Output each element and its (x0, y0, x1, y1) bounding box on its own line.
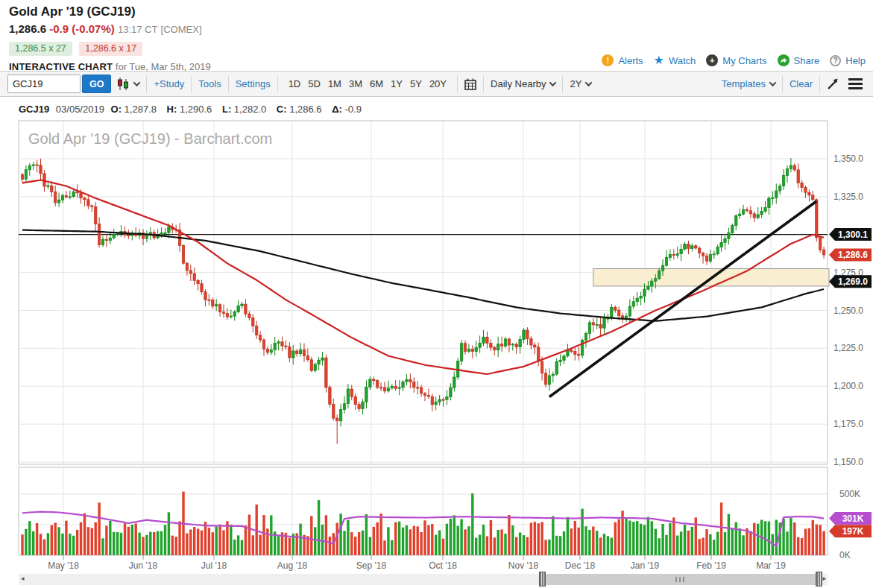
ohlc-low: 1,282.0 (234, 104, 266, 115)
x-axis-label: Sep '18 (356, 560, 387, 571)
x-axis-label: Aug '18 (277, 560, 308, 571)
share-icon (778, 54, 790, 66)
section-title: INTERACTIVE CHART (9, 61, 113, 72)
scrollbar-thumb[interactable] (542, 574, 819, 585)
ohlc-open: 1,287.8 (125, 104, 157, 115)
templates-dropdown[interactable]: Templates (722, 78, 775, 89)
chevron-down-icon (549, 79, 557, 86)
draw-annotation-button[interactable] (827, 78, 839, 90)
toolbar-right-group: Templates Clear (722, 76, 873, 92)
y-axis-price-label: 1,200.0 (833, 381, 863, 391)
chart-watermark: Gold Apr '19 (GCJ19) - Barchart.com (28, 130, 272, 147)
x-axis-label: Jan '19 (631, 560, 660, 571)
x-axis-label: Oct '18 (429, 560, 457, 571)
y-axis-price-label: 1,250.0 (833, 306, 863, 316)
ohlc-close: 1,286.6 (289, 104, 321, 115)
ohlc-date: 03/05/2019 (56, 104, 104, 115)
scroll-left-arrow[interactable]: ◂ (21, 575, 25, 582)
tools-button[interactable]: Tools (198, 78, 221, 89)
ohlc-change: -0.9 (345, 104, 362, 115)
timeframe-button-5d[interactable]: 5D (308, 78, 321, 89)
chevron-down-icon (769, 79, 776, 86)
scroll-right-arrow[interactable]: ▸ (822, 575, 826, 582)
timeframe-button-20y[interactable]: 20Y (429, 78, 447, 89)
timeframe-button-3m[interactable]: 3M (349, 78, 362, 89)
help-icon: ? (830, 55, 841, 66)
range-value: 2Y (570, 78, 582, 89)
x-axis-label: Jul '18 (201, 560, 227, 571)
y-axis-price-label: 1,150.0 (833, 457, 863, 467)
timeframe-button-5y[interactable]: 5Y (410, 78, 422, 89)
chevron-down-icon (133, 79, 141, 86)
scrollbar-grip (675, 577, 686, 582)
settings-button[interactable]: Settings (236, 78, 271, 89)
hamburger-menu-icon (848, 78, 863, 89)
header-actions: ! Alerts ★ Watch + My Charts Share ? Hel… (602, 54, 866, 66)
timeframe-button-1d[interactable]: 1D (289, 78, 301, 89)
volume-badge-text: 197K (842, 526, 864, 537)
y-axis-price-label: 1,225.0 (833, 343, 863, 353)
my-charts-link[interactable]: My Charts (722, 55, 766, 66)
candlestick-type-icon (117, 78, 130, 90)
help-link[interactable]: Help (845, 55, 866, 66)
price-badge-text: 1,300.1 (838, 230, 868, 240)
x-axis-label: Nov '18 (508, 560, 539, 571)
symbol-input[interactable] (7, 75, 81, 93)
y-axis-price-label: 1,325.0 (833, 192, 863, 202)
bid-badge: 1,286.5 x 27 (9, 42, 72, 56)
study-button[interactable]: +Study (154, 78, 184, 89)
x-axis-label: Feb '19 (696, 560, 726, 571)
chart-scrollbar[interactable]: ◂ ▸ (19, 574, 828, 585)
chevron-down-icon (585, 79, 593, 86)
volume-badge-text: 301K (842, 513, 864, 524)
timeframe-button-1y[interactable]: 1Y (391, 78, 403, 89)
barchart-interactive-chart-page: Gold Apr '19 (GCJ19) 1,286.6 -0.9 (-0.07… (0, 0, 873, 588)
last-price: 1,286.6 (9, 22, 46, 35)
chart-canvas[interactable]: May '18Jun '18Jul '18Aug '18Sep '18Oct '… (0, 119, 873, 581)
x-axis-label: Dec '18 (565, 560, 596, 571)
timeframe-button-1m[interactable]: 1M (328, 78, 341, 89)
scrollbar-left-handle[interactable] (539, 572, 546, 587)
ohlc-readout: GCJ19 03/05/2019 O: 1,287.8 H: 1,290.6 L… (0, 97, 873, 115)
quote-time: 13:17 CT (118, 24, 157, 35)
x-axis-label: Jun '18 (129, 560, 158, 571)
clear-button[interactable]: Clear (790, 78, 813, 89)
frequency-value: Daily Nearby (491, 78, 546, 89)
watch-link[interactable]: Watch (669, 55, 696, 66)
alerts-icon: ! (602, 54, 614, 66)
y-axis-price-label: 1,350.0 (833, 154, 863, 164)
scrollbar-right-handle[interactable] (816, 572, 822, 587)
go-button[interactable]: GO (82, 75, 111, 93)
ohlc-high: 1,290.6 (180, 104, 212, 115)
y-axis-price-label: 1,175.0 (833, 419, 863, 429)
price-change: -0.9 (-0.07%) (49, 22, 115, 35)
ask-badge: 1,286.6 x 17 (79, 42, 142, 56)
price-badge-text: 1,286.6 (838, 250, 868, 260)
quote-header: Gold Apr '19 (GCJ19) 1,286.6 -0.9 (-0.07… (0, 0, 873, 72)
my-charts-plus-icon: + (706, 54, 718, 66)
price-pane (19, 121, 828, 464)
price-badge-text: 1,269.0 (838, 276, 868, 287)
x-axis-label: Mar '19 (756, 560, 786, 571)
share-link[interactable]: Share (794, 55, 820, 66)
page-title: Gold Apr '19 (GCJ19) (0, 0, 873, 20)
calendar-icon (464, 78, 476, 90)
y-axis-volume-label: 500K (839, 489, 860, 499)
bid-ask-row: 1,286.5 x 27 1,286.6 x 17 (0, 37, 873, 56)
timeframe-button-6m[interactable]: 6M (370, 78, 383, 89)
y-axis-volume-label: 0K (839, 550, 851, 560)
menu-button[interactable] (848, 78, 863, 89)
x-axis-label: May '18 (48, 560, 79, 571)
frequency-dropdown[interactable]: Daily Nearby (491, 78, 555, 89)
watch-star-icon: ★ (654, 54, 664, 66)
quote-line: 1,286.6 -0.9 (-0.07%) 13:17 CT [COMEX] (0, 20, 873, 37)
templates-label: Templates (722, 78, 766, 89)
range-dropdown[interactable]: 2Y (570, 78, 591, 89)
chart-type-dropdown[interactable] (117, 78, 139, 90)
alerts-link[interactable]: Alerts (618, 55, 643, 66)
exchange-label: [COMEX] (161, 24, 202, 35)
section-date: for Tue, Mar 5th, 2019 (116, 61, 211, 72)
calendar-button[interactable] (464, 78, 476, 90)
trendline-arrow-icon (827, 78, 839, 90)
ohlc-symbol: GCJ19 (19, 104, 49, 115)
